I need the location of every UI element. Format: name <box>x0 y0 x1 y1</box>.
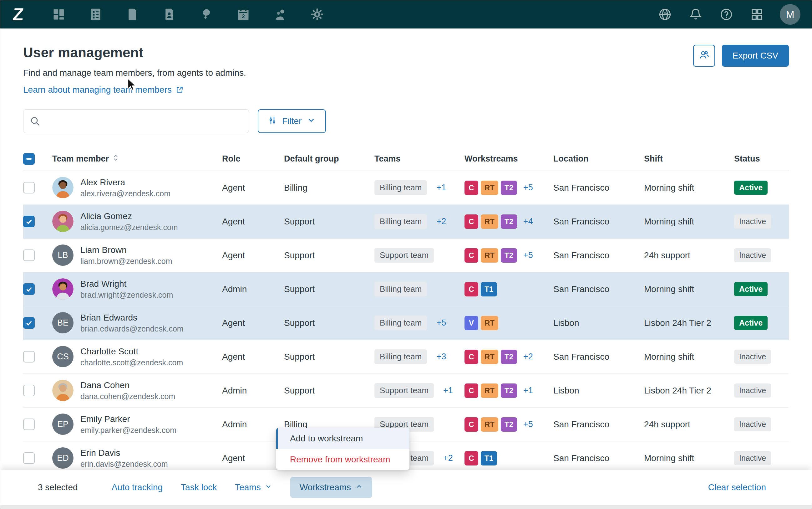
column-header-status: Status <box>734 154 789 164</box>
status-badge: Inactive <box>734 383 771 398</box>
avatar: LB <box>52 244 74 266</box>
people-icon[interactable] <box>270 4 291 25</box>
table-row[interactable]: LBLiam Brownliam.brown@zendesk.comAgentS… <box>23 239 789 272</box>
row-checkbox[interactable] <box>23 283 35 295</box>
more-workstreams-link[interactable]: +5 <box>523 183 533 193</box>
more-teams-link[interactable]: +3 <box>436 352 446 361</box>
table-row[interactable]: BEBrian Edwardsbrian.edwards@zendesk.com… <box>23 306 789 340</box>
column-header-teams: Teams <box>374 154 465 164</box>
checkbox-cell <box>23 385 52 396</box>
row-checkbox[interactable] <box>23 182 35 194</box>
teams-cell: Billing team+5 <box>374 315 465 330</box>
default-group-value: Billing <box>284 183 374 193</box>
product-icons: 2 <box>48 4 328 25</box>
workstreams-cell: CRTT2+5 <box>465 181 553 195</box>
member-cell: BEBrian Edwardsbrian.edwards@zendesk.com <box>52 312 222 334</box>
teams-cell: Billing team+2 <box>374 214 465 229</box>
more-teams-link[interactable]: +2 <box>443 453 453 463</box>
member-name: Brian Edwards <box>80 312 184 324</box>
context-menu-item[interactable]: Add to workstream <box>276 428 409 449</box>
row-checkbox[interactable] <box>23 418 35 430</box>
member-name: Alex Rivera <box>80 176 171 189</box>
row-checkbox[interactable] <box>23 351 35 363</box>
shift-value: 24h support <box>644 419 734 430</box>
checkbox-cell <box>23 216 52 227</box>
profile-avatar[interactable]: M <box>780 4 801 25</box>
contact-card-icon[interactable] <box>159 4 180 25</box>
settings-icon[interactable] <box>307 4 328 25</box>
avatar: ED <box>52 447 74 469</box>
status-cell: Active <box>734 282 789 296</box>
clear-selection-link[interactable]: Clear selection <box>708 482 766 493</box>
action-label: Workstreams <box>300 482 351 493</box>
auto-tracking-action-link[interactable]: Auto tracking <box>112 482 163 493</box>
more-workstreams-link[interactable]: +2 <box>523 352 533 362</box>
dashboard-icon[interactable] <box>48 4 69 25</box>
learn-link[interactable]: Learn about managing team members <box>23 85 172 95</box>
globe-clock-icon[interactable] <box>655 4 675 25</box>
member-name: Emily Parker <box>80 413 176 425</box>
row-checkbox[interactable] <box>23 452 35 464</box>
location-value: Lisbon <box>553 318 644 328</box>
notifications-icon[interactable] <box>685 4 706 25</box>
calendar-icon[interactable]: 2 <box>233 4 254 25</box>
teams-action-link[interactable]: Teams <box>235 482 272 493</box>
status-cell: Inactive <box>734 248 789 262</box>
more-teams-link[interactable]: +1 <box>443 386 453 395</box>
more-teams-link[interactable]: +5 <box>436 318 446 328</box>
shift-value: Morning shift <box>644 453 734 463</box>
default-group-value: Support <box>284 352 374 362</box>
table-row[interactable]: Dana Cohendana.cohen@zendesk.comAdminSup… <box>23 374 789 408</box>
more-teams-link[interactable]: +2 <box>436 216 446 226</box>
role-value: Agent <box>222 216 284 227</box>
more-workstreams-link[interactable]: +1 <box>523 386 533 395</box>
table-row[interactable]: CSCharlotte Scottcharlotte.scott@zendesk… <box>23 340 789 374</box>
workstreams-cell: CRTT2+1 <box>465 383 553 398</box>
search-input[interactable] <box>23 109 249 133</box>
table-row[interactable]: Alicia Gomezalicia.gomez@zendesk.comAgen… <box>23 205 789 239</box>
workstreams-cell: CRTT2+4 <box>465 214 553 229</box>
teams-cell: Support team <box>374 248 465 263</box>
checkbox-cell <box>23 182 52 194</box>
help-icon[interactable] <box>716 4 737 25</box>
status-badge: Active <box>734 316 768 330</box>
export-csv-button[interactable]: Export CSV <box>722 45 789 67</box>
status-badge: Inactive <box>734 417 771 431</box>
manage-users-button[interactable] <box>693 45 715 67</box>
status-cell: Inactive <box>734 451 789 465</box>
column-header-role: Role <box>222 154 284 164</box>
workstream-badge: RT <box>481 181 498 195</box>
row-checkbox[interactable] <box>23 249 35 261</box>
more-workstreams-link[interactable]: +5 <box>523 419 533 429</box>
more-workstreams-link[interactable]: +4 <box>523 216 533 226</box>
context-menu-item[interactable]: Remove from workstream <box>276 449 409 470</box>
sort-icon[interactable] <box>112 154 119 164</box>
team-badge: Billing team <box>374 349 427 364</box>
member-name: Brad Wright <box>80 278 173 290</box>
row-checkbox[interactable] <box>23 385 35 396</box>
checkbox-cell <box>23 249 52 261</box>
row-checkbox[interactable] <box>23 216 35 227</box>
table-row[interactable]: Brad Wrightbrad.wright@zendesk.comAdminS… <box>23 272 789 306</box>
role-value: Agent <box>222 453 284 463</box>
row-checkbox[interactable] <box>23 317 35 329</box>
document-icon[interactable] <box>122 4 143 25</box>
select-all-checkbox[interactable] <box>23 153 35 165</box>
task-lock-action-link[interactable]: Task lock <box>181 482 217 493</box>
zendesk-logo[interactable]: Z <box>13 6 35 23</box>
checklist-icon[interactable] <box>85 4 106 25</box>
workstreams-action-button[interactable]: Workstreams <box>290 477 372 498</box>
filter-button[interactable]: Filter <box>258 109 326 133</box>
workstream-badge: T2 <box>501 383 517 398</box>
storm-icon[interactable] <box>196 4 217 25</box>
chevron-down-icon <box>265 482 272 493</box>
more-teams-link[interactable]: +1 <box>436 183 446 192</box>
workstream-badge: T2 <box>501 248 517 263</box>
app-grid-icon[interactable] <box>747 4 767 25</box>
location-value: San Francisco <box>553 419 644 430</box>
more-workstreams-link[interactable]: +5 <box>523 250 533 260</box>
people-icon <box>698 49 710 62</box>
column-header-team-member[interactable]: Team member <box>52 154 222 164</box>
team-badge: Billing team <box>374 180 427 195</box>
table-row[interactable]: Alex Riveraalex.rivera@zendesk.comAgentB… <box>23 171 789 205</box>
